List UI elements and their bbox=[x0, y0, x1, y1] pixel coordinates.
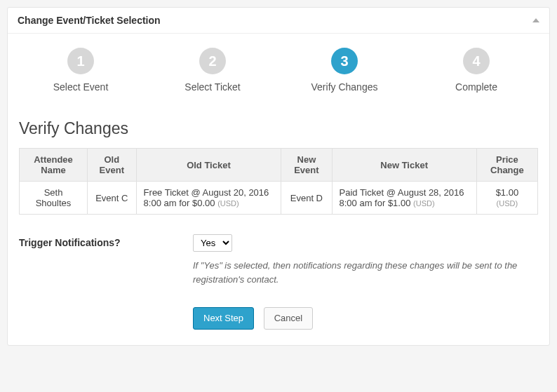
table-row: Seth Shoultes Event C Free Ticket @ Augu… bbox=[20, 182, 538, 215]
step-indicator: 1 Select Event 2 Select Ticket 3 Verify … bbox=[8, 34, 549, 100]
cell-new-ticket: Paid Ticket @ August 28, 2016 8:00 am fo… bbox=[332, 182, 476, 215]
step-circle-2: 2 bbox=[199, 48, 226, 74]
step-label-2: Select Ticket bbox=[147, 81, 278, 93]
step-verify-changes: 3 Verify Changes bbox=[278, 48, 410, 93]
cell-old-ticket: Free Ticket @ August 20, 2016 8:00 am fo… bbox=[136, 182, 281, 215]
old-ticket-currency: (USD) bbox=[217, 199, 239, 208]
th-attendee: Attendee Name bbox=[20, 149, 88, 182]
verify-changes-table: Attendee Name Old Event Old Ticket New E… bbox=[19, 148, 538, 215]
step-circle-3: 3 bbox=[331, 48, 358, 74]
th-new-event: New Event bbox=[281, 149, 332, 182]
panel-content: Verify Changes Attendee Name Old Event O… bbox=[8, 100, 549, 345]
cancel-button[interactable]: Cancel bbox=[264, 307, 313, 330]
th-new-ticket: New Ticket bbox=[332, 149, 476, 182]
price-change-currency: (USD) bbox=[497, 199, 518, 208]
cell-new-event: Event D bbox=[281, 182, 332, 215]
old-ticket-text: Free Ticket @ August 20, 2016 8:00 am fo… bbox=[144, 187, 269, 208]
step-complete: 4 Complete bbox=[410, 48, 542, 93]
new-ticket-currency: (USD) bbox=[413, 199, 435, 208]
th-old-event: Old Event bbox=[88, 149, 137, 182]
cell-old-event: Event C bbox=[88, 182, 137, 215]
step-select-ticket: 2 Select Ticket bbox=[147, 48, 278, 93]
section-title: Verify Changes bbox=[19, 119, 538, 138]
trigger-notifications-label: Trigger Notifications? bbox=[19, 234, 193, 248]
panel-title: Change Event/Ticket Selection bbox=[18, 15, 161, 26]
table-header-row: Attendee Name Old Event Old Ticket New E… bbox=[20, 149, 538, 182]
cell-attendee: Seth Shoultes bbox=[20, 182, 88, 215]
collapse-icon[interactable] bbox=[532, 18, 539, 22]
trigger-notifications-select[interactable]: YesNo bbox=[193, 234, 232, 252]
step-circle-1: 1 bbox=[67, 48, 94, 74]
step-circle-4: 4 bbox=[463, 48, 490, 74]
panel-header[interactable]: Change Event/Ticket Selection bbox=[8, 8, 549, 34]
action-buttons: Next Step Cancel bbox=[193, 307, 538, 330]
step-label-1: Select Event bbox=[15, 81, 147, 93]
trigger-notifications-row: Trigger Notifications? YesNo If "Yes" is… bbox=[19, 234, 538, 286]
new-ticket-text: Paid Ticket @ August 28, 2016 8:00 am fo… bbox=[340, 187, 464, 208]
step-label-4: Complete bbox=[410, 81, 542, 93]
trigger-notifications-field: YesNo If "Yes" is selected, then notific… bbox=[193, 234, 538, 286]
th-old-ticket: Old Ticket bbox=[136, 149, 281, 182]
next-step-button[interactable]: Next Step bbox=[193, 307, 254, 330]
price-change-text: $1.00 bbox=[496, 187, 519, 198]
trigger-notifications-help: If "Yes" is selected, then notifications… bbox=[193, 259, 530, 286]
step-select-event: 1 Select Event bbox=[15, 48, 147, 93]
th-price-change: Price Change bbox=[476, 149, 537, 182]
change-event-ticket-panel: Change Event/Ticket Selection 1 Select E… bbox=[7, 7, 550, 346]
step-label-3: Verify Changes bbox=[278, 81, 410, 93]
cell-price-change: $1.00 (USD) bbox=[476, 182, 537, 215]
